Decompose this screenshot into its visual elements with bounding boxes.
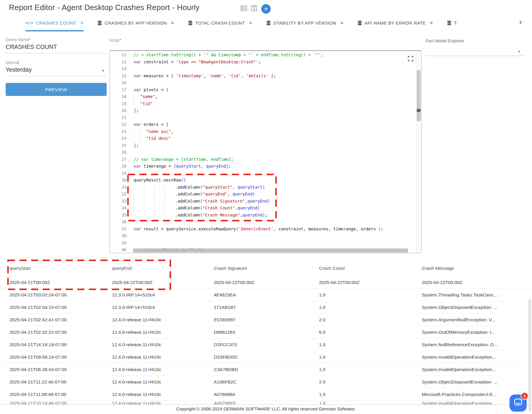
line-content: .addColumn("queryEnd", queryEnd)	[126, 191, 255, 198]
line-content: "name",	[126, 93, 158, 100]
tab-t[interactable]: T	[447, 15, 457, 31]
script-code-editor[interactable]: 12// + startTime.toString() + '" && time…	[110, 50, 422, 253]
code-line[interactable]: 39	[110, 240, 416, 247]
table-cell: 4E4815EA	[214, 292, 319, 298]
report-editor-window: Report Editor - Agent Desktop Crashes Re…	[0, 0, 532, 414]
table-cell: 1.0	[319, 305, 422, 310]
line-number: 12	[110, 52, 126, 59]
code-line[interactable]: 26	[110, 149, 416, 156]
code-line[interactable]: 28var timerange = [queryStart, queryEnd]…	[110, 163, 416, 170]
code-line[interactable]: 23"name asc",	[110, 128, 416, 135]
tab-stability-by-app-version[interactable]: STABILITY BY APP VERSION✕	[266, 15, 344, 31]
table-row[interactable]: 2025-04-21T02:04:15-07:0012.3.0-IRP.14+5…	[0, 301, 532, 313]
editor-horizontal-scrollbar[interactable]	[133, 248, 408, 253]
table-row[interactable]: 2025-04-21T11:08:48-07:0012.4.0-release.…	[0, 388, 532, 400]
tabs-overflow-chevron-icon[interactable]: ›	[519, 18, 522, 26]
table-cell: 2025-04-22T00:00Z	[214, 280, 319, 285]
code-line[interactable]: 37var result = queryService.executeRawQu…	[110, 226, 416, 233]
code-line[interactable]: 27// var timerange = [startTime, endTime…	[110, 156, 416, 163]
notification-badge: 1	[521, 392, 528, 400]
table-row[interactable]: 2025-04-21T02:32:22-07:0012.4.0-release.…	[0, 326, 532, 338]
line-number: 26	[110, 149, 126, 156]
code-lines[interactable]: 12// + startTime.toString() + '" && time…	[110, 52, 416, 253]
tab-close-icon[interactable]: ✕	[80, 21, 84, 25]
tab-label: STABILITY BY APP VERSION	[273, 20, 336, 25]
tab-close-icon[interactable]: ✕	[171, 21, 174, 25]
line-number: 24	[110, 135, 126, 142]
line-number: 36	[110, 219, 126, 226]
code-line[interactable]: 24"tid desc"	[110, 135, 416, 142]
code-line[interactable]: 12// + startTime.toString() + '" && time…	[110, 52, 416, 59]
code-line[interactable]: 31.addColumn("queryStart", queryStart)	[110, 184, 416, 191]
code-line[interactable]: 32.addColumn("queryEnd", queryEnd)	[110, 191, 416, 198]
query-name-label: Query Name*	[6, 37, 107, 42]
fact-model-select[interactable]: ▼	[426, 56, 524, 56]
code-line[interactable]: 36	[110, 219, 416, 226]
code-line[interactable]: 25];	[110, 142, 416, 149]
tab-crashes-count[interactable]: </>CRASHES COUNT✕	[25, 15, 84, 31]
table-row[interactable]: 2025-04-21T02:42:41-07:0012.4.0-release.…	[0, 313, 532, 326]
table-list-icon[interactable]	[241, 5, 247, 12]
database-icon	[447, 20, 451, 25]
line-number: 38	[110, 232, 126, 240]
query-name-input[interactable]: CRASHES COUNT	[6, 44, 107, 53]
code-line[interactable]: 35.addColumn("Crash Message",queryEnd);	[110, 212, 416, 219]
code-line[interactable]: 30queryResult.nextRow()	[110, 177, 416, 184]
table-row[interactable]: 2025-04-21T00:00Z2025-04-22T00:00Z2025-0…	[0, 276, 532, 288]
table-row[interactable]: 2025-04-21T03:02:24-07:0012.3.0-IRP.14+5…	[0, 288, 532, 301]
table-row[interactable]: 2025-04-21T11:22:40-07:0012.4.0-release.…	[0, 376, 532, 388]
table-row-clipped[interactable]: 2025-04-21T10:14:46-07:0012.4.0-release.…	[0, 400, 532, 405]
chat-widget-button[interactable]: 1	[509, 394, 527, 412]
add-query-button[interactable]: +	[261, 4, 271, 14]
tab-crashes-by-app-version[interactable]: CRASHES BY APP VERSION✕	[97, 15, 174, 31]
table-cell: System.ObjectDisposedException: ...	[422, 305, 532, 310]
fact-model-explorer: Fact Model Explorer ▼	[426, 38, 524, 56]
code-line[interactable]: 34.addColumn("Crash Count",queryEnd)	[110, 205, 416, 212]
interval-select[interactable]: Yesterday	[6, 66, 107, 76]
editor-vertical-scrollbar[interactable]	[416, 51, 421, 253]
table-cell: 2.0	[319, 379, 422, 385]
line-number: 29	[110, 170, 126, 177]
line-number: 28	[110, 163, 126, 170]
line-number: 35	[110, 212, 126, 219]
fullscreen-icon[interactable]	[408, 56, 414, 62]
table-cell: 12.4.0-release.11+f410c	[112, 354, 214, 360]
code-line[interactable]: 16	[110, 79, 416, 86]
code-line[interactable]: 38	[110, 232, 416, 240]
code-line[interactable]: 29	[110, 170, 416, 177]
code-line[interactable]: 21	[110, 114, 416, 121]
tab-api-name-by-error-rate[interactable]: API NAME BY ERROR RATE✕	[358, 15, 433, 31]
table-cell: 12.4.0-release.11+f410c	[112, 379, 214, 385]
line-content: .addColumn("queryStart", queryStart)	[126, 184, 265, 191]
code-line[interactable]: 13var constraint = 'type == "NewAgentDes…	[110, 59, 416, 66]
page-scrollbar[interactable]	[528, 299, 531, 412]
code-line[interactable]: 18"name",	[110, 93, 416, 100]
code-line[interactable]: 17var pivots = [	[110, 86, 416, 94]
tab-close-icon[interactable]: ✕	[340, 21, 344, 25]
table-row[interactable]: 2025-04-21T06:38:43-07:0012.4.0-release.…	[0, 363, 532, 376]
code-line[interactable]: 20];	[110, 107, 416, 114]
table-row[interactable]: 2025-04-21T14:18:19-07:0012.4.0-release.…	[0, 338, 532, 351]
tab-total-crash-count[interactable]: TOTAL CRASH COUNT✕	[188, 15, 252, 31]
scrollbar-marker	[417, 109, 421, 112]
column-header: queryEnd	[112, 266, 214, 271]
required-asterisk: *	[29, 37, 31, 42]
tab-close-icon[interactable]: ✕	[249, 21, 252, 25]
code-line[interactable]: 33.addColumn("Crash Signature",queryEnd)	[110, 198, 416, 205]
table-cell: D23FBD0D	[214, 354, 319, 360]
scrollbar-thumb[interactable]	[417, 70, 421, 121]
code-line[interactable]: 14	[110, 65, 416, 73]
table-cell: 12.4.0-release.11+f410c	[112, 317, 214, 322]
table-cell: 2025-04-21T02:04:15-07:00	[9, 305, 112, 310]
save-report-icon[interactable]	[251, 5, 257, 13]
table-row[interactable]: 2025-04-21T09:58:19-07:0012.4.0-release.…	[0, 351, 532, 363]
fact-model-chevron-down-icon[interactable]: ▼	[517, 50, 521, 53]
preview-button[interactable]: PREVIEW	[6, 83, 107, 96]
tab-close-icon[interactable]: ✕	[430, 21, 433, 25]
code-line[interactable]: 19"tid"	[110, 100, 416, 107]
code-line[interactable]: 22var orders = [	[110, 121, 416, 128]
line-number: 22	[110, 121, 126, 128]
interval-chevron-down-icon[interactable]: ▼	[102, 69, 105, 73]
line-content	[126, 170, 134, 177]
code-line[interactable]: 15var measures = [ 'timestamp', 'name', …	[110, 73, 416, 80]
